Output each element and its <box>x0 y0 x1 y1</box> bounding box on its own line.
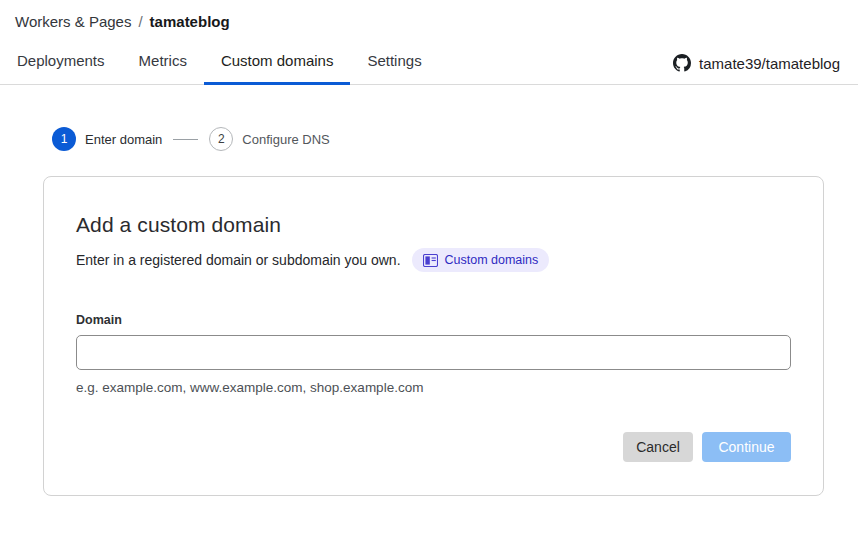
custom-domain-setup-page: Workers & Pages / tamateblog Deployments… <box>0 0 858 496</box>
tab-custom-domains[interactable]: Custom domains <box>204 43 351 85</box>
add-custom-domain-card: Add a custom domain Enter in a registere… <box>43 176 824 496</box>
continue-button[interactable]: Continue <box>702 432 791 462</box>
tab-bar: Deployments Metrics Custom domains Setti… <box>0 43 858 85</box>
step-enter-domain: 1 Enter domain <box>52 127 162 151</box>
book-icon <box>423 254 438 267</box>
step-configure-dns: 2 Configure DNS <box>209 127 329 151</box>
breadcrumb-current-project: tamateblog <box>150 13 230 30</box>
tab-metrics[interactable]: Metrics <box>122 43 204 85</box>
github-icon <box>673 54 691 72</box>
custom-domains-docs-badge[interactable]: Custom domains <box>412 248 550 272</box>
stepper: 1 Enter domain 2 Configure DNS <box>52 127 858 151</box>
tab-settings[interactable]: Settings <box>350 43 438 85</box>
domain-label: Domain <box>76 313 791 327</box>
step-2-label: Configure DNS <box>242 132 329 147</box>
tab-list: Deployments Metrics Custom domains Setti… <box>0 43 439 84</box>
step-1-indicator: 1 <box>52 127 76 151</box>
step-connector-line <box>173 139 198 140</box>
breadcrumb-separator: / <box>138 13 142 30</box>
breadcrumb: Workers & Pages / tamateblog <box>0 0 858 30</box>
badge-label: Custom domains <box>445 253 539 267</box>
card-subtitle-row: Enter in a registered domain or subdomai… <box>76 248 791 272</box>
card-title: Add a custom domain <box>76 213 791 237</box>
card-actions: Cancel Continue <box>76 432 791 462</box>
cancel-button[interactable]: Cancel <box>623 432 693 462</box>
domain-helper-text: e.g. example.com, www.example.com, shop.… <box>76 380 791 395</box>
github-repo-label: tamate39/tamateblog <box>699 55 840 72</box>
tab-deployments[interactable]: Deployments <box>0 43 122 85</box>
step-1-label: Enter domain <box>85 132 162 147</box>
card-subtitle: Enter in a registered domain or subdomai… <box>76 252 401 268</box>
step-2-indicator: 2 <box>209 127 233 151</box>
domain-input[interactable] <box>76 335 791 370</box>
breadcrumb-workers-pages-link[interactable]: Workers & Pages <box>15 13 131 30</box>
github-repo-link[interactable]: tamate39/tamateblog <box>673 54 858 84</box>
